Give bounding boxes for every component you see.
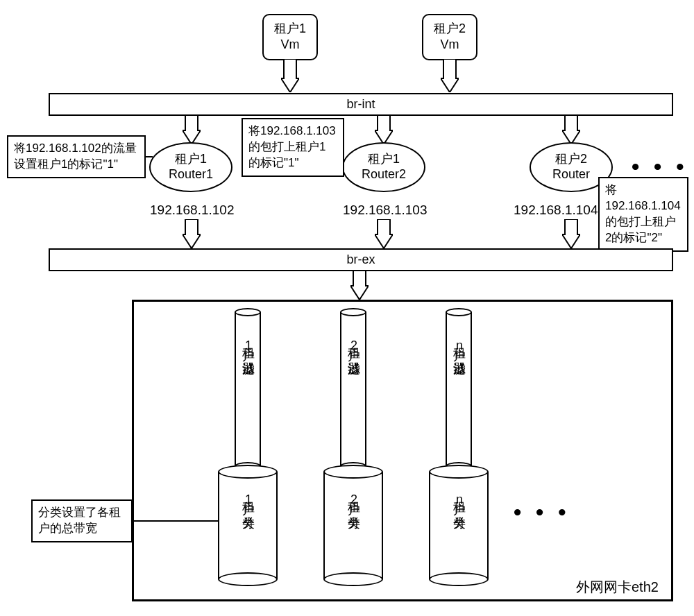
ip-r2: 192.168.1.103: [343, 203, 428, 218]
router2-l2: Router2: [344, 167, 424, 182]
router2: 租户1 Router2: [342, 142, 425, 192]
note-r2-text: 将192.168.1.103的包打上租户1的标记"1": [248, 124, 336, 169]
router2-l1: 租户1: [344, 152, 424, 167]
conn-note4-class1: [133, 520, 218, 522]
tenant1-vm-l1: 租户1: [274, 22, 306, 35]
arrow-brex-nic: [350, 271, 369, 300]
tenant2-vm-l2: Vm: [441, 37, 459, 51]
filtern-cyl: [446, 312, 472, 466]
note-r1-text: 将192.168.1.102的流量设置租户1的标记"1": [14, 142, 137, 171]
router1: 租户1 Router1: [149, 142, 232, 192]
arrow-brint-r3: [562, 115, 580, 144]
tenant2-vm-l1: 租户2: [434, 22, 466, 35]
class2-cyl: [323, 472, 383, 579]
br-int-label: br-int: [346, 97, 375, 111]
note-r2: 将192.168.1.103的包打上租户1的标记"1": [242, 118, 344, 177]
arrow-brint-r1: [183, 115, 201, 144]
classes-ellipsis: • • •: [514, 499, 570, 525]
classn-cyl: [429, 472, 489, 579]
filter1-cyl: [235, 312, 261, 466]
filtern-label: 租户n过滤器: [451, 339, 468, 352]
nic-label: 外网网卡eth2: [576, 578, 659, 597]
class2-label: 租户2分类: [346, 493, 362, 506]
arrow-r2-brex: [375, 219, 393, 248]
arrow-vm2-brint: [441, 59, 459, 92]
router1-l1: 租户1: [151, 152, 231, 167]
class1-label: 租户1分类: [240, 493, 257, 506]
note-classes-text: 分类设置了各租户的总带宽: [38, 506, 121, 535]
br-ex-label: br-ex: [346, 253, 375, 266]
arrow-r1-brex: [183, 219, 201, 248]
note-r3-text: 将192.168.1.104的包打上租户2的标记"2": [605, 183, 681, 244]
note-r1: 将192.168.1.102的流量设置租户1的标记"1": [7, 135, 146, 178]
router3-l1: 租户2: [531, 152, 611, 167]
filter2-label: 租户2过滤器: [346, 339, 362, 352]
filter1-label: 租户1过滤器: [240, 339, 257, 352]
note-r3: 将192.168.1.104的包打上租户2的标记"2": [598, 177, 688, 252]
arrow-brint-r2: [375, 115, 393, 144]
br-ex-bar: br-ex: [49, 248, 673, 271]
arrow-vm1-brint: [281, 59, 299, 92]
note-classes: 分类设置了各租户的总带宽: [31, 499, 133, 542]
class1-cyl: [218, 472, 278, 579]
ip-r3: 192.168.1.104: [514, 203, 598, 218]
tenant2-vm: 租户2 Vm: [422, 14, 477, 60]
ip-r1: 192.168.1.102: [150, 203, 235, 218]
filter2-cyl: [340, 312, 366, 466]
routers-ellipsis: • • •: [632, 154, 688, 180]
arrow-r3-brex: [562, 219, 580, 248]
br-int-bar: br-int: [49, 93, 673, 116]
classn-label: 租户n分类: [451, 493, 468, 506]
router1-l2: Router1: [151, 167, 231, 182]
nic-box: [132, 300, 673, 601]
conn-note1-r1: [146, 156, 153, 157]
tenant1-vm: 租户1 Vm: [262, 14, 318, 60]
tenant1-vm-l2: Vm: [281, 37, 300, 51]
